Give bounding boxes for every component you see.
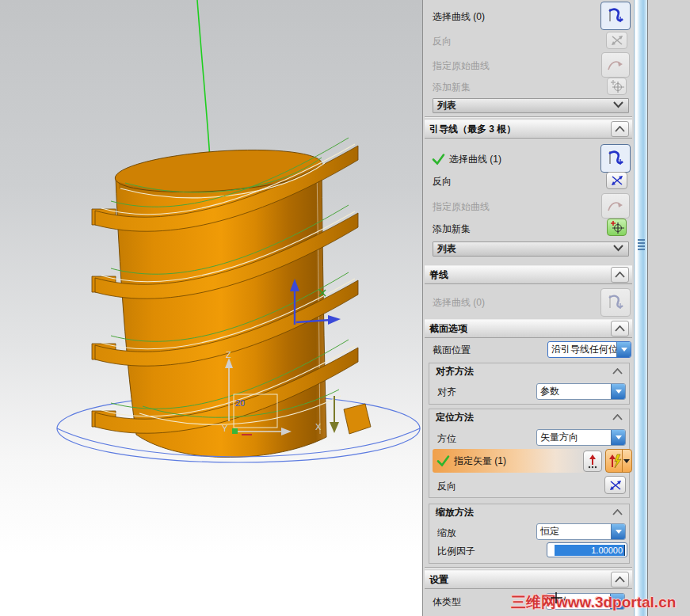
alignment-dropdown[interactable]: 参数: [536, 383, 626, 400]
section-position-dropdown[interactable]: 沿引导线任何位: [547, 341, 631, 358]
chevron-up-icon: [612, 509, 623, 516]
curve-select-button[interactable]: [600, 288, 631, 317]
dropdown-arrow-icon: [611, 384, 625, 399]
row-alignment: 对齐 参数: [429, 382, 629, 401]
row-guides-reverse: 反向: [423, 172, 634, 191]
row-orientation: 方位 矢量方向: [429, 429, 629, 447]
wcs-z-label: Z: [226, 350, 231, 359]
row-scale-factor: 比例因子 1.00000: [429, 542, 629, 559]
alignment-header[interactable]: 对齐方法: [429, 363, 629, 379]
row-section-original-curve: 指定原始曲线: [423, 52, 634, 79]
3d-viewport[interactable]: Z Y X 20: [0, 0, 422, 616]
datum-axis-line: [197, 0, 211, 170]
section-position-label: 截面位置: [433, 344, 471, 357]
add-new-set-label: 添加新集: [433, 81, 471, 94]
watermark: 三维网www.3dportal.cn: [511, 592, 676, 613]
guides-title: 引导线（最多 3 根）: [429, 123, 516, 136]
original-curve-label: 指定原始曲线: [433, 200, 490, 214]
divider: [425, 567, 632, 568]
scale-dropdown[interactable]: 恒定: [536, 523, 626, 540]
reverse-button[interactable]: [606, 32, 627, 49]
alignment-value: 参数: [537, 385, 611, 398]
scale-factor-value: 1.00000: [555, 545, 625, 556]
collapse-button[interactable]: [611, 267, 629, 283]
group-header-settings[interactable]: 设置: [425, 570, 632, 589]
add-new-set-button[interactable]: [607, 78, 627, 95]
scale-value: 恒定: [537, 525, 611, 538]
select-curve-label: 选择曲线 (1): [449, 153, 501, 166]
curve-select-icon: [605, 148, 626, 169]
mouse-cursor: [550, 591, 562, 604]
reverse-button[interactable]: [604, 476, 626, 494]
panel-splitter[interactable]: [634, 0, 648, 616]
row-section-reverse: 反向: [423, 32, 634, 51]
add-new-set-button[interactable]: [607, 219, 627, 236]
row-section-position: 截面位置 沿引导线任何位: [423, 340, 634, 359]
collapse-button[interactable]: [611, 572, 629, 587]
chevron-down-icon: [613, 101, 623, 108]
curve-select-button[interactable]: [600, 2, 631, 30]
reverse-button[interactable]: [606, 172, 627, 189]
chevron-up-icon: [615, 576, 625, 584]
check-icon: [436, 455, 450, 467]
row-guides-add-set: 添加新集: [423, 219, 634, 239]
specify-vector-label: 指定矢量 (1): [454, 454, 506, 468]
splitter-grip-icon[interactable]: [638, 239, 645, 250]
list-expander-section[interactable]: 列表: [433, 98, 629, 113]
curve-select-button[interactable]: [600, 144, 631, 173]
check-icon: [432, 154, 445, 165]
body-type-label: 体类型: [433, 595, 461, 609]
original-curve-button[interactable]: [601, 193, 630, 219]
alignment-label: 对齐: [437, 386, 456, 399]
group-header-spine[interactable]: 脊线: [425, 265, 632, 284]
dropdown-arrow-icon: [611, 524, 625, 539]
collapse-button[interactable]: [611, 121, 629, 137]
wcs-y-label: Y: [222, 424, 228, 433]
reverse-label: 反向: [437, 479, 456, 492]
vector-constructor-button[interactable]: [605, 449, 632, 473]
scale-label: 缩放: [437, 526, 456, 539]
row-section-add-set: 添加新集: [423, 78, 634, 97]
swept-dialog-panel: 选择曲线 (0) 反向 指定原始曲线: [422, 0, 634, 616]
orientation-header[interactable]: 定位方法: [429, 409, 629, 425]
vector-dialog-button[interactable]: [583, 451, 602, 472]
list-expander-guides[interactable]: 列表: [433, 241, 629, 257]
flange-normal-arrow: [330, 396, 339, 433]
wcs-x-label: X: [315, 422, 322, 432]
reverse-label: 反向: [433, 175, 452, 188]
vector-constructor-icon: [607, 451, 622, 470]
dropdown-arrow-icon: [622, 450, 631, 472]
collapse-button[interactable]: [611, 321, 629, 337]
divider: [425, 116, 632, 118]
window-background: [648, 0, 690, 616]
chevron-up-icon: [615, 126, 625, 133]
row-section-select-curve: 选择曲线 (0): [423, 2, 634, 32]
row-orient-reverse: 反向: [429, 476, 629, 496]
subgroup-alignment: 对齐方法 对齐 参数: [429, 363, 630, 405]
specify-vector-highlight: 指定矢量 (1): [433, 449, 586, 473]
select-curve-label: 选择曲线 (0): [433, 10, 485, 24]
original-curve-icon: [606, 56, 625, 74]
list-label: 列表: [437, 242, 456, 256]
section-position-value: 沿引导线任何位: [548, 343, 616, 356]
list-label: 列表: [437, 99, 456, 112]
scale-method-header[interactable]: 缩放方法: [429, 504, 629, 520]
row-scale: 缩放 恒定: [429, 523, 629, 542]
original-curve-button[interactable]: [601, 52, 630, 78]
model-canvas: Z Y X 20: [0, 0, 422, 616]
reverse-direction-icon: [610, 174, 624, 187]
section-options-title: 截面选项: [429, 322, 467, 336]
orientation-dropdown[interactable]: 矢量方向: [536, 429, 626, 446]
scale-factor-label: 比例因子: [437, 544, 475, 557]
group-header-section-options[interactable]: 截面选项: [425, 319, 632, 338]
original-curve-icon: [606, 197, 625, 215]
dropdown-arrow-icon: [611, 430, 625, 445]
app-window: Z Y X 20 选择曲线 (0) 反向: [0, 0, 690, 616]
orientation-label: 方位: [437, 432, 456, 445]
chevron-up-icon: [612, 414, 623, 421]
chevron-up-icon: [612, 368, 623, 375]
subgroup-scale: 缩放方法 缩放 恒定 比例因子 1.00000: [429, 504, 630, 564]
group-header-guides[interactable]: 引导线（最多 3 根）: [425, 120, 632, 139]
scale-factor-input[interactable]: 1.00000: [547, 542, 627, 557]
chevron-up-icon: [615, 272, 625, 279]
